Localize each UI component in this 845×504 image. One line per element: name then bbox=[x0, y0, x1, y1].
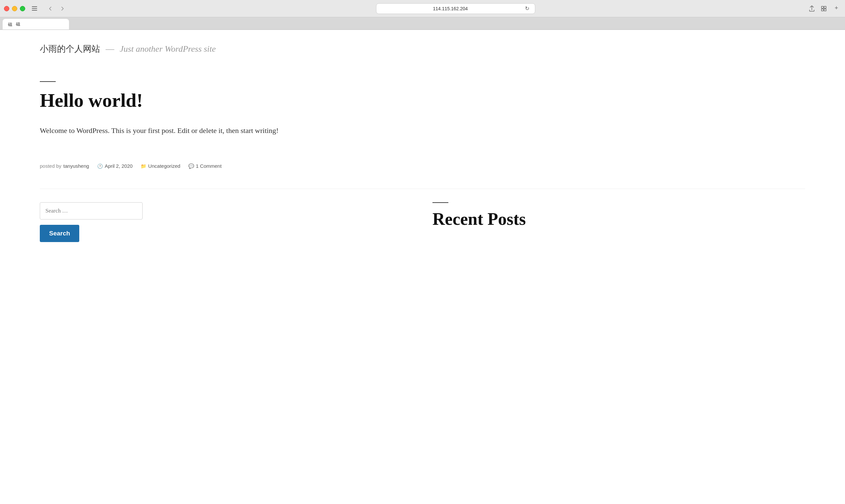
svg-rect-1 bbox=[32, 8, 37, 9]
browser-chrome: 114.115.162.204 ↻ + bbox=[0, 0, 845, 17]
bottom-section: Search Recent Posts bbox=[40, 189, 805, 262]
post-title: Hello world! bbox=[40, 90, 285, 111]
post-comments-meta: 💬 1 Comment bbox=[188, 163, 222, 169]
tab-title: 磁 bbox=[16, 21, 20, 27]
title-separator: — bbox=[106, 44, 114, 54]
recent-posts-widget: Recent Posts bbox=[432, 202, 805, 242]
search-widget: Search bbox=[40, 202, 413, 242]
site-name: 小雨的个人网站 bbox=[40, 44, 100, 54]
address-bar[interactable]: 114.115.162.204 ↻ bbox=[376, 3, 535, 14]
widget-divider bbox=[432, 202, 448, 203]
website-content: 小雨的个人网站 — Just another WordPress site He… bbox=[0, 30, 845, 504]
url-text: 114.115.162.204 bbox=[380, 6, 520, 11]
post-comments[interactable]: 1 Comment bbox=[196, 163, 222, 169]
svg-rect-0 bbox=[32, 6, 37, 7]
site-header: 小雨的个人网站 — Just another WordPress site bbox=[40, 30, 805, 61]
traffic-lights bbox=[4, 6, 25, 11]
fullscreen-button[interactable] bbox=[819, 4, 829, 13]
minimize-button[interactable] bbox=[12, 6, 17, 11]
svg-rect-5 bbox=[822, 9, 824, 11]
tab-favicon: 磁 bbox=[8, 21, 13, 27]
close-button[interactable] bbox=[4, 6, 9, 11]
tab-bar: 磁 磁 bbox=[0, 17, 845, 30]
site-tagline: Just another WordPress site bbox=[120, 44, 216, 54]
comment-icon: 💬 bbox=[188, 163, 194, 169]
post-article: Hello world! Welcome to WordPress. This … bbox=[40, 61, 285, 189]
sidebar-toggle-button[interactable] bbox=[29, 4, 40, 13]
reload-button[interactable]: ↻ bbox=[523, 5, 531, 13]
post-meta: posted by tanyusheng 🕐 April 2, 2020 📁 U… bbox=[40, 157, 285, 175]
svg-rect-6 bbox=[824, 9, 826, 11]
post-date: April 2, 2020 bbox=[105, 163, 133, 169]
svg-rect-3 bbox=[822, 6, 824, 8]
new-tab-button[interactable]: + bbox=[832, 4, 841, 13]
search-input[interactable] bbox=[40, 202, 143, 219]
clock-icon: 🕐 bbox=[97, 163, 103, 169]
svg-rect-2 bbox=[32, 10, 37, 11]
share-button[interactable] bbox=[807, 4, 817, 13]
post-author-meta: posted by tanyusheng bbox=[40, 163, 89, 169]
svg-rect-4 bbox=[824, 6, 826, 8]
forward-button[interactable] bbox=[57, 4, 68, 13]
site-title: 小雨的个人网站 — Just another WordPress site bbox=[40, 44, 216, 54]
post-divider bbox=[40, 81, 56, 82]
post-author[interactable]: tanyusheng bbox=[64, 163, 89, 169]
search-button[interactable]: Search bbox=[40, 225, 79, 242]
post-date-meta: 🕐 April 2, 2020 bbox=[97, 163, 133, 169]
recent-posts-title: Recent Posts bbox=[432, 210, 805, 229]
browser-actions: + bbox=[807, 4, 841, 14]
address-bar-container: 114.115.162.204 ↻ bbox=[90, 3, 821, 14]
post-content: Welcome to WordPress. This is your first… bbox=[40, 124, 285, 137]
post-category-meta: 📁 Uncategorized bbox=[141, 163, 180, 169]
posted-by-label: posted by bbox=[40, 163, 61, 169]
back-button[interactable] bbox=[45, 4, 56, 13]
active-tab[interactable]: 磁 磁 bbox=[3, 19, 69, 30]
maximize-button[interactable] bbox=[20, 6, 25, 11]
folder-icon: 📁 bbox=[141, 163, 146, 169]
post-category[interactable]: Uncategorized bbox=[148, 163, 180, 169]
nav-buttons bbox=[45, 4, 68, 13]
